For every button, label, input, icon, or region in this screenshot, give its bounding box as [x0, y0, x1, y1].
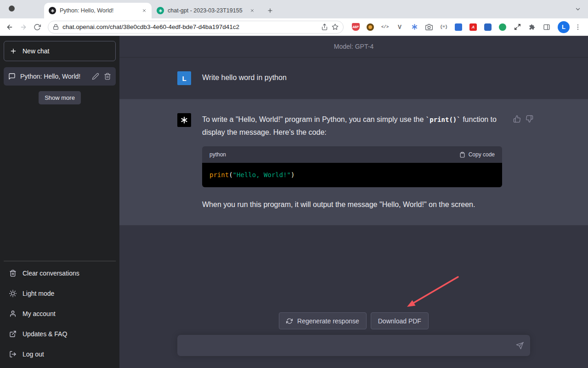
trash-icon — [9, 270, 17, 277]
model-header: Model: GPT-4 — [119, 36, 588, 58]
back-button[interactable] — [4, 21, 16, 33]
browser-toolbar: chat.openai.com/chat/38e0cdb3-4e60-4edf-… — [0, 18, 588, 36]
my-account-item[interactable]: My account — [4, 304, 116, 324]
chat-main: Model: GPT-4 L Write hello word in pytho… — [119, 36, 588, 368]
user-icon — [9, 310, 17, 317]
url-text: chat.openai.com/chat/38e0cdb3-4e60-4edf-… — [62, 23, 317, 30]
user-message-row: L Write hello word in python — [119, 58, 588, 99]
browser-tab-inactive[interactable]: chat-gpt - 2023-03-23T19155 — [152, 3, 260, 18]
plus-icon — [10, 47, 17, 55]
reload-button[interactable] — [31, 21, 43, 33]
light-mode-item[interactable]: Light mode — [4, 283, 116, 304]
clipboard-icon — [459, 152, 465, 158]
lock-icon — [53, 24, 59, 30]
tab-close-icon[interactable] — [249, 7, 256, 14]
menu-item-label: My account — [23, 310, 56, 317]
browser-menu-icon[interactable] — [573, 23, 582, 32]
chat-item-title: Python: Hello, World! — [20, 73, 87, 80]
menu-item-label: Light mode — [23, 290, 54, 297]
edit-chat-icon[interactable] — [92, 73, 99, 80]
sun-icon — [9, 290, 17, 297]
browser-profile-avatar[interactable]: L — [558, 21, 570, 33]
user-message-text: Write hello word in python — [202, 71, 502, 84]
browser-chrome: Python: Hello, World! chat-gpt - 2023-03… — [0, 0, 588, 36]
thumbs-up-icon[interactable] — [513, 115, 521, 123]
chatgpt-app: New chat Python: Hello, World! Show more… — [0, 36, 588, 368]
thumbs-down-icon[interactable] — [526, 115, 533, 123]
browser-tab-active[interactable]: Python: Hello, World! — [44, 3, 152, 18]
new-tab-button[interactable] — [264, 4, 277, 17]
regex-extension-icon[interactable]: {=} — [439, 23, 448, 32]
response-actions: Regenerate response Download PDF — [119, 312, 588, 329]
code-language-label: python — [209, 148, 226, 161]
blue-asterisk-extension-icon[interactable] — [410, 23, 419, 32]
regenerate-response-button[interactable]: Regenerate response — [279, 312, 367, 329]
menu-item-label: Updates & FAQ — [23, 330, 67, 338]
prompt-input[interactable] — [184, 341, 516, 350]
fullscreen-extension-icon[interactable] — [513, 23, 522, 32]
tab-close-icon[interactable] — [141, 7, 148, 14]
prompt-input-bar[interactable] — [177, 335, 530, 356]
orange-ring-extension-icon[interactable] — [366, 23, 375, 32]
show-more-button[interactable]: Show more — [39, 91, 81, 104]
extensions-bar: ABP </> V {=} A — [351, 23, 551, 32]
regenerate-label: Regenerate response — [297, 317, 359, 325]
clear-conversations-item[interactable]: Clear conversations — [4, 263, 116, 283]
send-icon[interactable] — [516, 342, 524, 350]
code-block: python Copy code print("Hello, World!") — [202, 146, 502, 187]
new-chat-label: New chat — [23, 47, 49, 55]
green-circle-extension-icon[interactable] — [498, 23, 507, 32]
extensions-puzzle-icon[interactable] — [527, 23, 537, 32]
user-avatar: L — [177, 71, 191, 85]
tab-title: Python: Hello, World! — [60, 7, 137, 14]
refresh-icon — [286, 318, 293, 324]
sidebar-spacer — [4, 104, 116, 261]
updates-faq-item[interactable]: Updates & FAQ — [4, 324, 116, 344]
tab-title: chat-gpt - 2023-03-23T19155 — [168, 7, 245, 14]
sidebar-chat-item[interactable]: Python: Hello, World! — [4, 67, 116, 86]
external-link-icon — [9, 330, 17, 338]
blue-square-extension-icon[interactable] — [454, 23, 463, 32]
menu-item-label: Log out — [23, 351, 44, 358]
new-chat-button[interactable]: New chat — [4, 41, 116, 61]
logout-icon — [9, 351, 17, 358]
log-out-item[interactable]: Log out — [4, 344, 116, 364]
window-control-button[interactable] — [9, 6, 15, 12]
chatgpt-favicon — [49, 7, 56, 14]
v-extension-icon[interactable]: V — [395, 23, 404, 32]
sidebar: New chat Python: Hello, World! Show more… — [0, 36, 119, 368]
bookmark-star-icon[interactable] — [332, 23, 339, 30]
delete-chat-icon[interactable] — [104, 73, 111, 80]
sidebar-menu: Clear conversations Light mode My accoun… — [4, 261, 116, 364]
assistant-message-content: To write a "Hello, World!" program in Py… — [202, 113, 502, 211]
chatgpt-favicon — [157, 7, 164, 14]
code-content: print("Hello, World!") — [202, 163, 502, 187]
address-bar[interactable]: chat.openai.com/chat/38e0cdb3-4e60-4edf-… — [48, 21, 344, 34]
chatgpt-avatar — [177, 113, 191, 127]
forward-button[interactable] — [17, 21, 29, 33]
camera-extension-icon[interactable] — [424, 23, 434, 32]
chat-bubble-icon — [8, 73, 16, 80]
assistant-outro-paragraph: When you run this program, it will outpu… — [202, 198, 502, 211]
message-feedback — [513, 115, 533, 123]
tab-search-chevron-icon[interactable] — [572, 4, 583, 15]
assistant-message-row: To write a "Hello, World!" program in Py… — [119, 99, 588, 225]
share-icon[interactable] — [321, 23, 328, 30]
blue-cube-extension-icon[interactable] — [483, 23, 492, 32]
adobe-pdf-extension-icon[interactable]: A — [469, 23, 478, 32]
tab-strip: Python: Hello, World! chat-gpt - 2023-03… — [0, 0, 588, 18]
composer-area: Regenerate response Download PDF — [119, 312, 588, 368]
copy-code-button[interactable]: Copy code — [459, 148, 495, 161]
menu-item-label: Clear conversations — [23, 270, 79, 277]
side-panel-icon[interactable] — [542, 23, 551, 32]
download-pdf-button[interactable]: Download PDF — [371, 312, 429, 329]
adblock-extension-icon[interactable]: ABP — [351, 23, 360, 32]
download-pdf-label: Download PDF — [378, 317, 421, 325]
inline-code: `print()` — [426, 116, 461, 123]
code-extension-icon[interactable]: </> — [380, 23, 390, 32]
code-block-header: python Copy code — [202, 146, 502, 163]
copy-code-label: Copy code — [469, 148, 495, 161]
assistant-intro-paragraph: To write a "Hello, World!" program in Py… — [202, 113, 502, 139]
